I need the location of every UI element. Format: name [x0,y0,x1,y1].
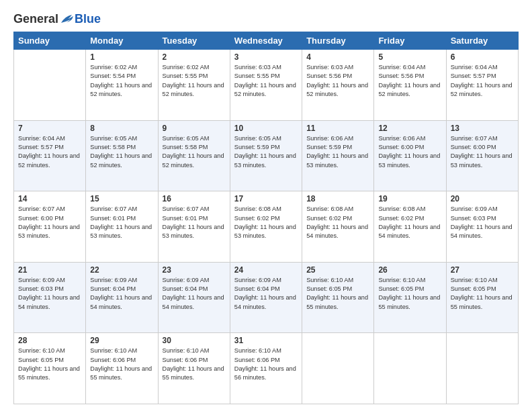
day-info: Sunrise: 6:08 AM Sunset: 6:02 PM Dayligh… [306,205,369,240]
calendar-cell: 19Sunrise: 6:08 AM Sunset: 6:02 PM Dayli… [374,191,446,263]
weekday-header: Saturday [446,32,518,50]
day-info: Sunrise: 6:10 AM Sunset: 6:05 PM Dayligh… [18,347,81,382]
day-number: 12 [378,124,441,133]
day-info: Sunrise: 6:02 AM Sunset: 5:54 PM Dayligh… [90,63,153,99]
calendar-cell: 15Sunrise: 6:07 AM Sunset: 6:01 PM Dayli… [86,191,158,263]
day-number: 20 [451,194,514,203]
day-number: 27 [451,265,514,275]
day-info: Sunrise: 6:08 AM Sunset: 6:02 PM Dayligh… [234,205,298,240]
day-number: 5 [378,52,441,62]
day-info: Sunrise: 6:10 AM Sunset: 6:05 PM Dayligh… [378,276,441,312]
day-number: 18 [306,194,369,203]
day-info: Sunrise: 6:09 AM Sunset: 6:03 PM Dayligh… [451,205,514,240]
day-number: 25 [306,265,369,275]
calendar-cell [374,333,446,404]
day-info: Sunrise: 6:10 AM Sunset: 6:05 PM Dayligh… [451,276,514,312]
day-number: 28 [18,336,81,345]
day-number: 23 [163,265,226,275]
calendar-cell: 18Sunrise: 6:08 AM Sunset: 6:02 PM Dayli… [302,191,374,263]
day-number: 4 [306,52,369,62]
day-info: Sunrise: 6:07 AM Sunset: 6:01 PM Dayligh… [90,205,153,240]
day-number: 17 [234,194,298,203]
day-number: 10 [234,124,298,133]
weekday-header: Wednesday [230,32,302,50]
calendar-cell: 2Sunrise: 6:02 AM Sunset: 5:55 PM Daylig… [158,50,230,121]
day-info: Sunrise: 6:09 AM Sunset: 6:03 PM Dayligh… [18,276,81,312]
calendar-cell: 6Sunrise: 6:04 AM Sunset: 5:57 PM Daylig… [446,50,518,121]
day-info: Sunrise: 6:05 AM Sunset: 5:58 PM Dayligh… [90,134,153,170]
calendar-cell: 26Sunrise: 6:10 AM Sunset: 6:05 PM Dayli… [374,262,446,333]
calendar-cell: 14Sunrise: 6:07 AM Sunset: 6:00 PM Dayli… [14,191,86,263]
day-info: Sunrise: 6:07 AM Sunset: 6:00 PM Dayligh… [451,134,514,170]
day-number: 22 [90,265,153,275]
calendar-week-row: 1Sunrise: 6:02 AM Sunset: 5:54 PM Daylig… [14,50,519,121]
calendar-cell: 5Sunrise: 6:04 AM Sunset: 5:56 PM Daylig… [374,50,446,121]
calendar-cell [14,50,86,121]
day-number: 7 [18,124,81,133]
day-number: 29 [90,336,153,345]
calendar-cell: 25Sunrise: 6:10 AM Sunset: 6:05 PM Dayli… [302,262,374,333]
calendar-cell: 24Sunrise: 6:09 AM Sunset: 6:04 PM Dayli… [230,262,302,333]
calendar-cell: 3Sunrise: 6:03 AM Sunset: 5:55 PM Daylig… [230,50,302,121]
calendar-cell: 27Sunrise: 6:10 AM Sunset: 6:05 PM Dayli… [446,262,518,333]
day-number: 2 [163,52,226,62]
calendar-cell: 7Sunrise: 6:04 AM Sunset: 5:57 PM Daylig… [14,120,86,191]
day-number: 3 [234,52,298,62]
day-info: Sunrise: 6:08 AM Sunset: 6:02 PM Dayligh… [378,205,441,240]
day-info: Sunrise: 6:09 AM Sunset: 6:04 PM Dayligh… [163,276,226,312]
day-info: Sunrise: 6:07 AM Sunset: 6:01 PM Dayligh… [163,205,226,240]
day-info: Sunrise: 6:10 AM Sunset: 6:06 PM Dayligh… [234,347,298,382]
calendar-week-row: 28Sunrise: 6:10 AM Sunset: 6:05 PM Dayli… [14,333,519,404]
logo-blue-text: Blue [75,12,101,26]
logo-bird-icon [60,13,75,26]
day-info: Sunrise: 6:06 AM Sunset: 5:59 PM Dayligh… [306,134,369,170]
day-number: 30 [163,336,226,345]
weekday-header: Tuesday [158,32,230,50]
calendar-cell: 28Sunrise: 6:10 AM Sunset: 6:05 PM Dayli… [14,333,86,404]
calendar-cell: 31Sunrise: 6:10 AM Sunset: 6:06 PM Dayli… [230,333,302,404]
day-number: 19 [378,194,441,203]
logo-general-text: General [13,12,58,26]
page: General Blue SundayMondayTuesdayWednesda… [0,0,532,411]
day-info: Sunrise: 6:04 AM Sunset: 5:56 PM Dayligh… [378,63,441,99]
day-info: Sunrise: 6:03 AM Sunset: 5:55 PM Dayligh… [234,63,298,99]
weekday-header: Sunday [14,32,86,50]
calendar-cell: 8Sunrise: 6:05 AM Sunset: 5:58 PM Daylig… [86,120,158,191]
calendar-cell: 21Sunrise: 6:09 AM Sunset: 6:03 PM Dayli… [14,262,86,333]
day-number: 11 [306,124,369,133]
calendar-cell: 22Sunrise: 6:09 AM Sunset: 6:04 PM Dayli… [86,262,158,333]
calendar-cell: 10Sunrise: 6:05 AM Sunset: 5:59 PM Dayli… [230,120,302,191]
day-info: Sunrise: 6:09 AM Sunset: 6:04 PM Dayligh… [234,276,298,312]
calendar-week-row: 14Sunrise: 6:07 AM Sunset: 6:00 PM Dayli… [14,191,519,263]
day-info: Sunrise: 6:05 AM Sunset: 5:59 PM Dayligh… [234,134,298,170]
calendar-cell: 4Sunrise: 6:03 AM Sunset: 5:56 PM Daylig… [302,50,374,121]
day-info: Sunrise: 6:02 AM Sunset: 5:55 PM Dayligh… [163,63,226,99]
day-info: Sunrise: 6:04 AM Sunset: 5:57 PM Dayligh… [451,63,514,99]
day-number: 9 [163,124,226,133]
header: General Blue [13,12,519,26]
day-number: 14 [18,194,81,203]
calendar-cell: 13Sunrise: 6:07 AM Sunset: 6:00 PM Dayli… [446,120,518,191]
weekday-header: Monday [86,32,158,50]
day-info: Sunrise: 6:10 AM Sunset: 6:06 PM Dayligh… [90,347,153,382]
day-number: 21 [18,265,81,275]
day-info: Sunrise: 6:10 AM Sunset: 6:06 PM Dayligh… [163,347,226,382]
day-number: 6 [451,52,514,62]
day-number: 24 [234,265,298,275]
day-number: 15 [90,194,153,203]
day-info: Sunrise: 6:06 AM Sunset: 6:00 PM Dayligh… [378,134,441,170]
calendar-week-row: 21Sunrise: 6:09 AM Sunset: 6:03 PM Dayli… [14,262,519,333]
calendar-cell: 11Sunrise: 6:06 AM Sunset: 5:59 PM Dayli… [302,120,374,191]
calendar-cell: 20Sunrise: 6:09 AM Sunset: 6:03 PM Dayli… [446,191,518,263]
calendar-cell: 23Sunrise: 6:09 AM Sunset: 6:04 PM Dayli… [158,262,230,333]
calendar-table: SundayMondayTuesdayWednesdayThursdayFrid… [13,32,519,404]
calendar-cell: 1Sunrise: 6:02 AM Sunset: 5:54 PM Daylig… [86,50,158,121]
day-info: Sunrise: 6:10 AM Sunset: 6:05 PM Dayligh… [306,276,369,312]
day-info: Sunrise: 6:07 AM Sunset: 6:00 PM Dayligh… [18,205,81,240]
day-number: 1 [90,52,153,62]
logo: General Blue [13,12,101,26]
calendar-cell: 9Sunrise: 6:05 AM Sunset: 5:58 PM Daylig… [158,120,230,191]
calendar-cell [446,333,518,404]
day-number: 13 [451,124,514,133]
day-info: Sunrise: 6:05 AM Sunset: 5:58 PM Dayligh… [163,134,226,170]
